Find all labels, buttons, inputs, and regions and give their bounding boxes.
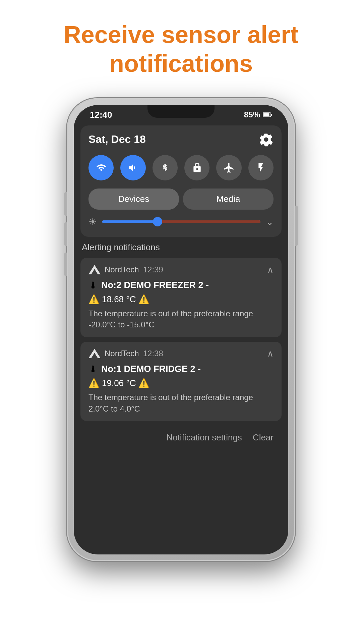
battery-percentage: 85% <box>244 110 260 119</box>
phone-shell: 12:40 85% Sat, Dec 18 <box>67 98 295 561</box>
notif-desc-2: The temperature is out of the preferable… <box>88 392 274 414</box>
flashlight-icon <box>255 162 266 174</box>
clear-notifications-link[interactable]: Clear <box>253 432 274 443</box>
volume-icon <box>127 162 139 173</box>
nordtech-logo-icon-1 <box>88 265 101 274</box>
nordtech-logo-2 <box>88 349 101 358</box>
status-right: 85% <box>244 110 272 119</box>
notification-card-1: NordTech 12:39 ∧ 🌡 No:2 DEMO FREEZER 2 -… <box>80 258 282 337</box>
warning-icon-2a: ⚠️ <box>88 378 99 388</box>
notif-title-row-1: 🌡 No:2 DEMO FREEZER 2 - <box>88 280 274 291</box>
notif-desc-1: The temperature is out of the preferable… <box>88 308 274 330</box>
status-time: 12:40 <box>90 110 112 120</box>
phone-notch <box>147 105 215 118</box>
notifications-area: Alerting notifications NordTech 12:39 <box>74 242 288 443</box>
warning-icon-1b: ⚠️ <box>138 294 149 305</box>
control-panel: Sat, Dec 18 <box>80 125 282 237</box>
page-header: Receive sensor alert notifications <box>37 20 325 78</box>
slider-fill-blue <box>102 220 158 223</box>
notif-collapse-1[interactable]: ∧ <box>267 265 274 275</box>
airplane-icon <box>223 162 235 174</box>
notif-temp-2: 19.06 °C <box>102 378 136 388</box>
notif-app-name-2: NordTech <box>105 349 139 358</box>
bottom-actions: Notification settings Clear <box>80 426 282 443</box>
notif-header-1: NordTech 12:39 ∧ <box>88 265 274 275</box>
wifi-toggle[interactable] <box>88 155 114 180</box>
notif-collapse-2[interactable]: ∧ <box>267 348 274 359</box>
date-display: Sat, Dec 18 <box>88 133 146 146</box>
phone-mockup: 12:40 85% Sat, Dec 18 <box>67 98 295 561</box>
brightness-chevron-down[interactable]: ⌄ <box>266 216 274 227</box>
airplane-toggle[interactable] <box>216 155 241 180</box>
settings-icon[interactable] <box>259 132 274 147</box>
nordtech-logo-1 <box>88 265 101 274</box>
brightness-row: ☀ ⌄ <box>88 216 274 227</box>
bluetooth-toggle[interactable] <box>153 155 178 180</box>
slider-thumb <box>153 217 162 226</box>
svg-rect-2 <box>271 114 272 116</box>
brightness-slider[interactable] <box>102 220 260 223</box>
bluetooth-icon <box>160 162 170 174</box>
notif-title-1: No:2 DEMO FREEZER 2 - <box>101 280 209 290</box>
flashlight-toggle[interactable] <box>248 155 274 180</box>
screen-lock-toggle[interactable] <box>184 155 209 180</box>
notif-header-left-2: NordTech 12:38 <box>88 349 163 358</box>
media-tab[interactable]: Media <box>183 189 274 210</box>
thermometer-icon-2: 🌡 <box>88 364 98 375</box>
battery-icon <box>263 112 272 117</box>
quick-toggles <box>88 155 274 180</box>
phone-screen: 12:40 85% Sat, Dec 18 <box>74 105 288 554</box>
notif-temp-row-2: ⚠️ 19.06 °C ⚠️ <box>88 378 274 388</box>
alerting-label: Alerting notifications <box>80 242 282 253</box>
date-settings-row: Sat, Dec 18 <box>88 132 274 147</box>
page-title: Receive sensor alert notifications <box>64 20 298 78</box>
wifi-icon <box>95 163 108 173</box>
screen-lock-icon <box>192 162 202 174</box>
notification-card-2: NordTech 12:38 ∧ 🌡 No:1 DEMO FRIDGE 2 - … <box>80 342 282 421</box>
volume-toggle[interactable] <box>120 155 145 180</box>
notif-header-left-1: NordTech 12:39 <box>88 265 163 274</box>
notif-time-1: 12:39 <box>143 265 163 274</box>
notif-app-name-1: NordTech <box>105 265 139 274</box>
brightness-icon: ☀ <box>88 216 97 227</box>
svg-marker-3 <box>88 265 101 274</box>
slider-fill-red <box>158 220 260 223</box>
tabs-row: Devices Media <box>88 189 274 210</box>
warning-icon-2b: ⚠️ <box>138 378 149 388</box>
notification-settings-link[interactable]: Notification settings <box>166 432 242 443</box>
notif-title-row-2: 🌡 No:1 DEMO FRIDGE 2 - <box>88 364 274 375</box>
notif-header-2: NordTech 12:38 ∧ <box>88 348 274 359</box>
nordtech-logo-icon-2 <box>88 349 101 358</box>
warning-icon-1a: ⚠️ <box>88 294 99 305</box>
notif-temp-row-1: ⚠️ 18.68 °C ⚠️ <box>88 294 274 305</box>
svg-rect-1 <box>263 113 269 116</box>
notif-title-2: No:1 DEMO FRIDGE 2 - <box>101 364 201 374</box>
thermometer-icon-1: 🌡 <box>88 280 98 291</box>
svg-marker-4 <box>88 349 101 358</box>
devices-tab[interactable]: Devices <box>88 189 179 210</box>
notif-temp-1: 18.68 °C <box>102 294 136 305</box>
notif-time-2: 12:38 <box>143 349 163 358</box>
